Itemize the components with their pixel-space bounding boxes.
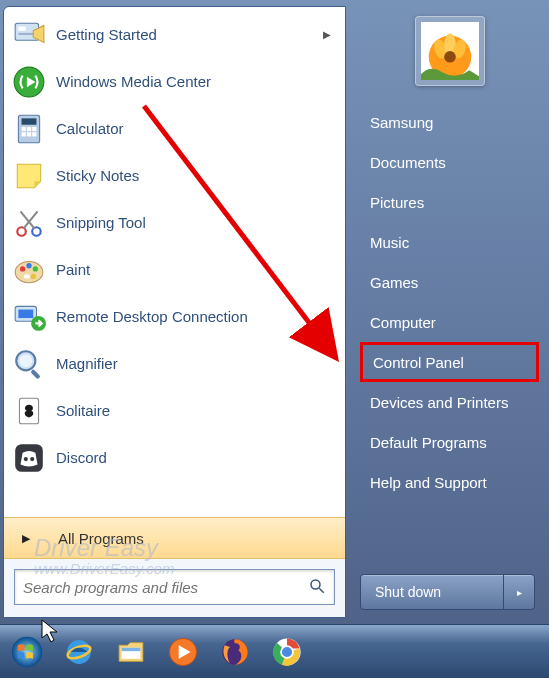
start-menu-right-panel: SamsungDocumentsPicturesMusicGamesComput…: [346, 6, 549, 618]
all-programs-label: All Programs: [58, 530, 144, 547]
program-item-magnifier[interactable]: Magnifier: [6, 340, 343, 387]
right-item-control-panel[interactable]: Control Panel: [360, 342, 539, 382]
taskbar: [0, 624, 549, 678]
right-item-documents[interactable]: Documents: [360, 142, 539, 182]
program-label: Remote Desktop Connection: [56, 308, 337, 325]
taskbar-start-orb[interactable]: [4, 631, 50, 673]
svg-rect-10: [32, 126, 36, 130]
program-item-solitaire[interactable]: Solitaire: [6, 387, 343, 434]
shutdown-main[interactable]: Shut down: [361, 575, 504, 609]
svg-rect-9: [27, 126, 31, 130]
program-item-wmc[interactable]: Windows Media Center: [6, 58, 343, 105]
right-item-devices-and-printers[interactable]: Devices and Printers: [360, 382, 539, 422]
program-label: Getting Started: [56, 26, 323, 43]
user-avatar-wrap: [360, 6, 539, 102]
submenu-arrow-icon: ▶: [323, 29, 331, 40]
svg-line-17: [21, 211, 35, 228]
svg-point-32: [24, 456, 28, 460]
program-item-getting-started[interactable]: Getting Started▶: [6, 11, 343, 58]
search-input[interactable]: [23, 579, 308, 596]
svg-line-16: [24, 211, 38, 228]
program-label: Sticky Notes: [56, 167, 337, 184]
right-item-samsung[interactable]: Samsung: [360, 102, 539, 142]
svg-rect-29: [30, 368, 41, 379]
taskbar-firefox[interactable]: [212, 631, 258, 673]
taskbar-chrome[interactable]: [264, 631, 310, 673]
search-box[interactable]: [14, 569, 335, 605]
program-label: Windows Media Center: [56, 73, 337, 90]
svg-point-42: [12, 636, 43, 667]
chevron-right-icon: ▸: [517, 587, 522, 598]
right-item-games[interactable]: Games: [360, 262, 539, 302]
program-item-discord[interactable]: Discord: [6, 434, 343, 481]
program-item-paint[interactable]: Paint: [6, 246, 343, 293]
taskbar-file-explorer[interactable]: [108, 631, 154, 673]
svg-rect-25: [18, 309, 33, 318]
right-item-default-programs[interactable]: Default Programs: [360, 422, 539, 462]
program-list: Getting Started▶Windows Media CenterCalc…: [4, 7, 345, 517]
search-icon: [308, 577, 326, 598]
svg-rect-8: [22, 126, 26, 130]
shutdown-button[interactable]: Shut down ▸: [360, 574, 535, 610]
triangle-right-icon: ▶: [22, 532, 30, 545]
program-item-rdp[interactable]: Remote Desktop Connection: [6, 293, 343, 340]
taskbar-windows-media-player[interactable]: [160, 631, 206, 673]
svg-point-28: [19, 354, 32, 367]
program-label: Discord: [56, 449, 337, 466]
getting-started-icon: [12, 18, 46, 52]
svg-point-19: [20, 266, 25, 271]
svg-point-20: [26, 263, 31, 268]
svg-line-35: [319, 588, 324, 593]
svg-rect-11: [22, 132, 26, 136]
calculator-icon: [12, 112, 46, 146]
user-avatar-icon: [421, 22, 479, 80]
program-item-calculator[interactable]: Calculator: [6, 105, 343, 152]
discord-icon: [12, 441, 46, 475]
paint-icon: [12, 253, 46, 287]
right-item-help-and-support[interactable]: Help and Support: [360, 462, 539, 502]
right-item-music[interactable]: Music: [360, 222, 539, 262]
svg-rect-1: [18, 26, 25, 30]
svg-point-33: [30, 456, 34, 460]
svg-point-22: [31, 273, 36, 278]
solitaire-icon: [12, 394, 46, 428]
program-item-snipping-tool[interactable]: Snipping Tool: [6, 199, 343, 246]
svg-rect-7: [22, 118, 37, 124]
svg-rect-13: [32, 132, 36, 136]
taskbar-internet-explorer[interactable]: [56, 631, 102, 673]
program-label: Snipping Tool: [56, 214, 337, 231]
snipping-tool-icon: [12, 206, 46, 240]
magnifier-icon: [12, 347, 46, 381]
right-item-computer[interactable]: Computer: [360, 302, 539, 342]
all-programs-button[interactable]: ▶ All Programs: [4, 517, 345, 559]
svg-rect-46: [122, 647, 141, 650]
start-menu-left-panel: Getting Started▶Windows Media CenterCalc…: [3, 6, 346, 618]
shutdown-dropdown[interactable]: ▸: [504, 587, 534, 598]
program-label: Paint: [56, 261, 337, 278]
program-label: Solitaire: [56, 402, 337, 419]
wmc-icon: [12, 65, 46, 99]
svg-point-23: [24, 274, 30, 278]
svg-point-21: [33, 266, 38, 271]
sticky-notes-icon: [12, 159, 46, 193]
start-menu: Getting Started▶Windows Media CenterCalc…: [0, 0, 549, 618]
program-label: Magnifier: [56, 355, 337, 372]
right-item-pictures[interactable]: Pictures: [360, 182, 539, 222]
svg-point-34: [311, 580, 320, 589]
rdp-icon: [12, 300, 46, 334]
program-label: Calculator: [56, 120, 337, 137]
shutdown-label: Shut down: [375, 584, 441, 600]
right-items-list: SamsungDocumentsPicturesMusicGamesComput…: [360, 102, 539, 562]
user-avatar-frame[interactable]: [415, 16, 485, 86]
program-item-sticky-notes[interactable]: Sticky Notes: [6, 152, 343, 199]
svg-point-41: [444, 51, 456, 63]
search-row: [4, 559, 345, 617]
svg-rect-12: [27, 132, 31, 136]
